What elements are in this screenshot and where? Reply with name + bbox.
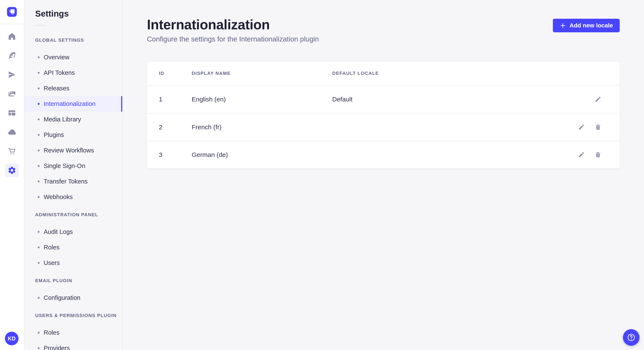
pencil-icon (594, 96, 602, 103)
subnav-title: Settings (35, 8, 122, 19)
sidebar-item-overview[interactable]: Overview (24, 49, 122, 65)
default-locale-cell: Default (332, 96, 532, 103)
table-header-row: ID DISPLAY NAME DEFAULT LOCALE (147, 62, 620, 85)
sidebar-item-api-tokens[interactable]: API Tokens (24, 65, 122, 81)
feather-icon (5, 49, 19, 62)
row-actions (578, 151, 602, 159)
sidebar-item-label: Plugins (44, 131, 64, 138)
sidebar-item-providers[interactable]: Providers (24, 341, 122, 350)
sidebar-item-label: Media Library (44, 116, 81, 123)
rail-header (0, 0, 24, 24)
sidebar-item-media-library[interactable]: Media Library (24, 112, 122, 127)
bullet-icon (38, 87, 40, 89)
sidebar-item-roles[interactable]: Roles (24, 325, 122, 341)
cloud-icon (5, 125, 19, 139)
images-icon (5, 87, 19, 101)
rail-item-media[interactable] (0, 84, 24, 103)
rail-item-settings[interactable] (0, 161, 24, 180)
page-subtitle: Configure the settings for the Internati… (147, 35, 620, 43)
sidebar-item-configuration[interactable]: Configuration (24, 290, 122, 306)
column-header-default-locale: DEFAULT LOCALE (332, 71, 532, 76)
rail-item-cloud[interactable] (0, 123, 24, 142)
rail-item-marketplace[interactable] (0, 142, 24, 161)
delete-locale-button[interactable] (594, 151, 602, 159)
main-content: Internationalization Configure the setti… (123, 0, 644, 350)
sidebar-item-review-workflows[interactable]: Review Workflows (24, 143, 122, 158)
table-body: 1English (en)Default2French (fr)3German … (147, 85, 620, 169)
pencil-icon (578, 151, 585, 158)
layout-icon (5, 106, 19, 120)
bullet-icon (38, 134, 40, 136)
row-actions (594, 96, 602, 103)
sidebar-item-roles[interactable]: Roles (24, 240, 122, 255)
sidebar-item-label: Webhooks (44, 193, 73, 200)
delete-locale-button[interactable] (594, 124, 602, 131)
sidebar-item-transfer-tokens[interactable]: Transfer Tokens (24, 174, 122, 189)
locale-id-cell: 3 (159, 151, 192, 159)
sidebar-item-label: Review Workflows (44, 147, 94, 154)
strapi-logo[interactable] (7, 7, 17, 17)
edit-locale-button[interactable] (578, 151, 585, 159)
help-button[interactable] (623, 329, 640, 346)
sidebar-item-label: Audit Logs (44, 228, 73, 235)
question-mark-icon (626, 333, 636, 342)
gear-icon (5, 164, 19, 177)
bullet-icon (38, 150, 40, 151)
bullet-icon (38, 231, 40, 233)
edit-locale-button[interactable] (594, 96, 602, 103)
locale-name-cell: German (de) (192, 151, 332, 159)
locale-name-cell: French (fr) (192, 124, 332, 131)
bullet-icon (38, 332, 40, 334)
bullet-icon (38, 196, 40, 198)
edit-locale-button[interactable] (578, 124, 585, 131)
rail-item-send[interactable] (0, 65, 24, 84)
bullet-icon (38, 297, 40, 299)
table-row[interactable]: 2French (fr) (147, 113, 620, 141)
sidebar-item-label: Transfer Tokens (44, 178, 88, 185)
sidebar-item-label: Single Sign-On (44, 163, 85, 170)
sidebar-item-label: Roles (44, 244, 60, 251)
cart-icon (5, 144, 19, 158)
section-label-users-permissions-plugin: USERS & PERMISSIONS PLUGIN (35, 313, 122, 319)
page-header: Internationalization Configure the setti… (123, 0, 644, 43)
strapi-logo-icon (7, 7, 17, 17)
add-new-locale-button[interactable]: Add new locale (553, 19, 620, 32)
bullet-icon (38, 262, 40, 264)
locales-table-card: ID DISPLAY NAME DEFAULT LOCALE 1English … (147, 62, 620, 169)
rail-nav (0, 24, 24, 180)
sidebar-item-plugins[interactable]: Plugins (24, 127, 122, 143)
bullet-icon (38, 103, 40, 105)
locale-id-cell: 2 (159, 124, 192, 131)
subnav-sections: GLOBAL SETTINGSOverviewAPI TokensRelease… (24, 37, 122, 350)
sidebar-item-webhooks[interactable]: Webhooks (24, 189, 122, 205)
page-title: Internationalization (147, 17, 620, 32)
sidebar-item-internationalization[interactable]: Internationalization (24, 96, 122, 112)
pencil-icon (578, 124, 585, 131)
rail-item-home[interactable] (0, 27, 24, 46)
row-actions (578, 124, 602, 131)
settings-subnav: Settings GLOBAL SETTINGSOverviewAPI Toke… (24, 0, 123, 350)
locale-id-cell: 1 (159, 96, 192, 103)
rail-item-content-feather[interactable] (0, 46, 24, 65)
table-row[interactable]: 3German (de) (147, 141, 620, 169)
sidebar-item-label: Roles (44, 329, 60, 336)
sidebar-item-users[interactable]: Users (24, 255, 122, 271)
subnav-header: Settings (24, 0, 122, 25)
bullet-icon (38, 165, 40, 167)
sidebar-item-audit-logs[interactable]: Audit Logs (24, 224, 122, 240)
sidebar-item-releases[interactable]: Releases (24, 81, 122, 96)
sidebar-item-label: Users (44, 259, 60, 266)
bullet-icon (38, 72, 40, 74)
bullet-icon (38, 246, 40, 248)
trash-icon (594, 124, 602, 131)
sidebar-item-label: Configuration (44, 294, 80, 301)
avatar[interactable]: KD (5, 332, 18, 345)
table-row[interactable]: 1English (en)Default (147, 85, 620, 113)
sidebar-item-label: Providers (44, 345, 70, 350)
rail-item-layout[interactable] (0, 103, 24, 123)
section-label-global-settings: GLOBAL SETTINGS (35, 37, 122, 43)
main-nav-rail: KD (0, 0, 24, 350)
sidebar-item-single-sign-on[interactable]: Single Sign-On (24, 158, 122, 174)
home-icon (5, 29, 19, 43)
add-new-locale-label: Add new locale (570, 22, 613, 29)
